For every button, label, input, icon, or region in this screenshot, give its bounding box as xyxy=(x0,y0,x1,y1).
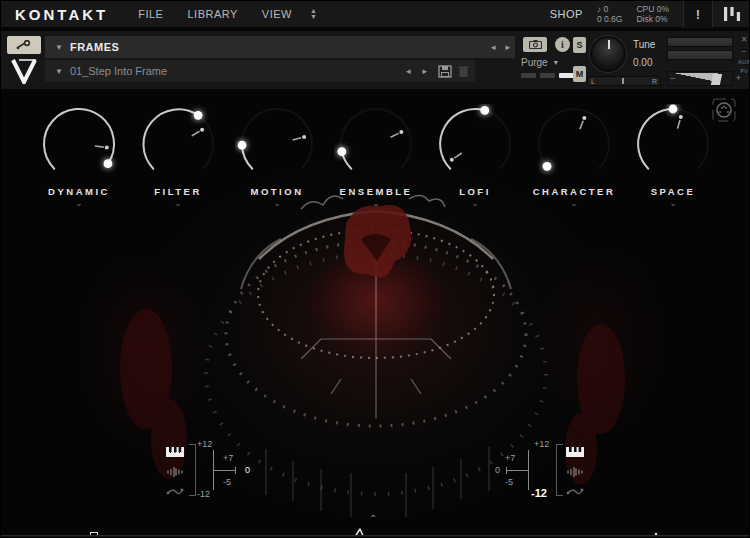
remove-instrument-icon[interactable]: ✕ xyxy=(741,35,748,44)
purge-label: Purge xyxy=(521,57,548,68)
preset-bar[interactable]: ▼ 01_Step Into Frame ◂ ▸ xyxy=(45,60,475,82)
macro-knob-space[interactable]: SPACE ⌄ xyxy=(631,104,715,207)
output-channel-meters xyxy=(521,73,574,78)
layer-a-bracket xyxy=(189,444,196,496)
pan-slider[interactable]: L R xyxy=(587,76,661,86)
spin-down-icon[interactable]: ▼ xyxy=(310,14,317,20)
edit-instrument-button[interactable] xyxy=(7,36,41,54)
trash-icon[interactable] xyxy=(458,65,469,78)
knob-menu-caret-icon[interactable]: ⌄ xyxy=(37,199,121,207)
pan-right-label: R xyxy=(652,78,657,85)
knob-menu-caret-icon[interactable]: ⌄ xyxy=(136,199,220,207)
waveform-icon[interactable] xyxy=(166,466,184,478)
knob-label: DYNAMIC xyxy=(37,186,121,197)
wrench-icon xyxy=(16,40,32,50)
tune-value: 0.00 xyxy=(633,57,652,68)
camera-icon xyxy=(529,40,542,49)
prev-preset-icon[interactable]: ◂ xyxy=(401,66,416,76)
mute-button[interactable]: M xyxy=(573,66,586,82)
cpu-disk-readout: CPU 0% Disk 0% xyxy=(636,4,669,24)
link-icon[interactable] xyxy=(166,487,184,496)
memory-usage: 0 0.6G xyxy=(597,14,623,24)
layer-a-mode-icons xyxy=(166,447,184,496)
info-button[interactable]: i xyxy=(555,37,570,52)
scale-a-top: +12 xyxy=(197,439,212,449)
snapshot-camera-button[interactable] xyxy=(523,37,547,52)
knob-label: ENSEMBLE xyxy=(334,186,418,197)
fader-handle[interactable] xyxy=(711,74,722,85)
voices-memory-readout: ♪ 0 0 0.6G xyxy=(597,4,623,24)
knob-menu-caret-icon[interactable]: ⌄ xyxy=(334,199,418,207)
macro-knob-lofi[interactable]: LOFI ⌄ xyxy=(433,104,517,207)
disk-usage: Disk 0% xyxy=(636,14,669,24)
header-side-controls: ✕ − AUX PV xyxy=(738,35,750,74)
rack-scroll-spinner[interactable]: ▲ ▼ xyxy=(310,8,317,20)
knob-dial[interactable] xyxy=(334,104,418,184)
macro-knob-ensemble[interactable]: ENSEMBLE ⌄ xyxy=(334,104,418,207)
pan-left-label: L xyxy=(591,78,595,85)
knob-dial[interactable] xyxy=(37,104,121,184)
shop-link[interactable]: SHOP xyxy=(536,8,597,20)
layer-b-transpose-scale[interactable]: 0 +7 -5 +12 -12 xyxy=(493,439,557,501)
app-menubar: KONTAKT FILE LIBRARY VIEW ▲ ▼ SHOP ♪ 0 0… xyxy=(1,1,750,29)
instrument-title-bar[interactable]: ▼ FRAMES ◂ ▸ xyxy=(45,36,515,58)
knob-dial[interactable] xyxy=(136,104,220,184)
macro-knob-motion[interactable]: MOTION ⌄ xyxy=(235,104,319,207)
knob-dial[interactable] xyxy=(433,104,517,184)
scale-a-bottom: -12 xyxy=(197,489,210,499)
next-instrument-icon[interactable]: ▸ xyxy=(500,42,515,52)
knob-menu-caret-icon[interactable]: ⌄ xyxy=(235,199,319,207)
knob-dial[interactable] xyxy=(235,104,319,184)
link-icon[interactable] xyxy=(566,487,584,496)
scale-a-tick xyxy=(235,467,236,474)
purge-dropdown[interactable]: Purge ▾ xyxy=(521,57,558,68)
expand-caret-icon[interactable]: ⌃ xyxy=(369,513,377,524)
menu-library[interactable]: LIBRARY xyxy=(175,0,249,28)
warning-button[interactable]: ! xyxy=(683,0,713,28)
macro-knob-dynamic[interactable]: DYNAMIC ⌄ xyxy=(37,104,121,207)
knob-label: LOFI xyxy=(433,186,517,197)
layer-a-transpose-scale[interactable]: +12 +7 -5 -12 0 xyxy=(197,439,261,501)
layer-a-transpose-value: 0 xyxy=(245,465,250,475)
next-preset-icon[interactable]: ▸ xyxy=(417,66,432,76)
menu-file[interactable]: FILE xyxy=(126,0,175,28)
knob-dial[interactable] xyxy=(532,104,616,184)
keyboard-icon[interactable] xyxy=(566,447,584,457)
pv-toggle[interactable]: PV xyxy=(740,68,748,74)
prev-instrument-icon[interactable]: ◂ xyxy=(486,42,501,52)
knob-menu-caret-icon[interactable]: ⌄ xyxy=(532,199,616,207)
layer-b-bracket xyxy=(556,444,563,496)
layer-b-mode-icons xyxy=(566,447,584,496)
waveform-icon[interactable] xyxy=(566,466,584,478)
scale-b-top: +12 xyxy=(534,439,549,449)
preset-caret-icon[interactable]: ▼ xyxy=(55,67,63,76)
macro-knob-filter[interactable]: FILTER ⌄ xyxy=(136,104,220,207)
menu-view[interactable]: VIEW xyxy=(250,0,304,28)
voices-count: ♪ 0 xyxy=(597,4,623,14)
minimize-icon[interactable]: − xyxy=(742,47,747,56)
pan-center-marker xyxy=(622,78,624,84)
knob-menu-caret-icon[interactable]: ⌄ xyxy=(433,199,517,207)
scale-b-upper: +7 xyxy=(505,453,515,463)
save-icon[interactable] xyxy=(438,65,452,78)
keyboard-icon[interactable] xyxy=(166,447,184,457)
scale-a-lower: -5 xyxy=(223,477,231,487)
morph-section: ⌃ MORPH xyxy=(256,511,496,538)
info-icon: i xyxy=(561,39,564,50)
knob-label: FILTER xyxy=(136,186,220,197)
layer-b-transpose-value: -12 xyxy=(531,487,547,499)
ni-logo-icon[interactable] xyxy=(713,0,750,28)
level-meters xyxy=(667,37,733,63)
tune-knob[interactable] xyxy=(590,36,626,72)
scale-a-hline xyxy=(213,470,235,471)
aux-toggle[interactable]: AUX xyxy=(738,59,750,65)
kontakt-window: KONTAKT FILE LIBRARY VIEW ▲ ▼ SHOP ♪ 0 0… xyxy=(0,0,750,538)
solo-button[interactable]: S xyxy=(573,37,586,53)
frames-library-logo xyxy=(8,56,40,86)
volume-fader[interactable]: − + xyxy=(667,71,733,86)
collapse-caret-icon[interactable]: ▼ xyxy=(55,43,63,52)
knob-dial[interactable] xyxy=(631,104,715,184)
knob-menu-caret-icon[interactable]: ⌄ xyxy=(631,199,715,207)
scale-b-hline xyxy=(506,470,528,471)
macro-knob-character[interactable]: CHARACTER ⌄ xyxy=(532,104,616,207)
